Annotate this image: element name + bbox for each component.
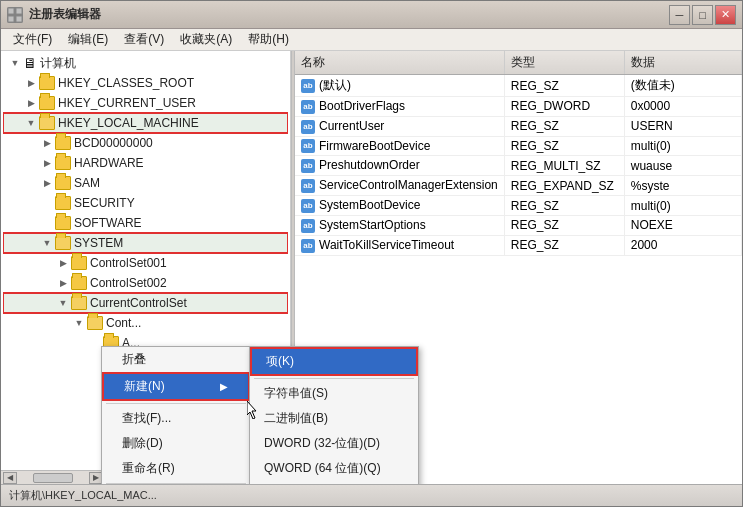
cell-data: %syste <box>624 176 741 196</box>
folder-cs001 <box>71 256 87 270</box>
window-controls: ─ □ ✕ <box>669 5 736 25</box>
table-row[interactable]: abWaitToKillServiceTimeoutREG_SZ2000 <box>295 235 742 255</box>
submenu[interactable]: 项(K) 字符串值(S) 二进制值(B) DWORD (32-位值)(D) QW… <box>249 346 419 484</box>
expander-security[interactable] <box>39 195 55 211</box>
expander-current-user[interactable]: ▶ <box>23 95 39 111</box>
expander-classes-root[interactable]: ▶ <box>23 75 39 91</box>
expander-sam[interactable]: ▶ <box>39 175 55 191</box>
cell-name: ab(默认) <box>295 75 504 97</box>
restore-button[interactable]: □ <box>692 5 713 25</box>
table-row[interactable]: ab(默认)REG_SZ(数值未) <box>295 75 742 97</box>
expander-system[interactable]: ▼ <box>39 235 55 251</box>
cell-data: multi(0) <box>624 196 741 216</box>
folder-security <box>55 196 71 210</box>
registry-editor-window: 注册表编辑器 ─ □ ✕ 文件(F) 编辑(E) 查看(V) 收藏夹(A) 帮助… <box>0 0 743 507</box>
scroll-thumb-h[interactable] <box>33 473 73 483</box>
folder-control <box>87 316 103 330</box>
context-menu-find[interactable]: 查找(F)... <box>102 406 250 431</box>
scroll-left-arrow[interactable]: ◀ <box>3 472 17 484</box>
cell-data: USERN <box>624 116 741 136</box>
menu-view[interactable]: 查看(V) <box>116 29 172 50</box>
submenu-item-string[interactable]: 字符串值(S) <box>250 381 418 406</box>
context-menu-delete[interactable]: 删除(D) <box>102 431 250 456</box>
expander-bcd[interactable]: ▶ <box>39 135 55 151</box>
cell-type: REG_DWORD <box>504 97 624 117</box>
expander-computer[interactable]: ▼ <box>7 55 23 71</box>
tree-node-hardware[interactable]: ▶ HARDWARE <box>3 153 288 173</box>
tree-node-controlset002[interactable]: ▶ ControlSet002 <box>3 273 288 293</box>
expander-cs001[interactable]: ▶ <box>55 255 71 271</box>
tree-node-software[interactable]: SOFTWARE <box>3 213 288 233</box>
cell-type: REG_SZ <box>504 116 624 136</box>
expander-cs002[interactable]: ▶ <box>55 275 71 291</box>
cell-name: abServiceControlManagerExtension <box>295 176 504 196</box>
cell-name: abSystemStartOptions <box>295 215 504 235</box>
table-row[interactable]: abBootDriverFlagsREG_DWORD0x0000 <box>295 97 742 117</box>
table-row[interactable]: abSystemBootDeviceREG_SZmulti(0) <box>295 196 742 216</box>
minimize-button[interactable]: ─ <box>669 5 690 25</box>
status-text: 计算机\HKEY_LOCAL_MAC... <box>9 488 157 503</box>
submenu-arrow: ▶ <box>220 381 228 392</box>
menu-edit[interactable]: 编辑(E) <box>60 29 116 50</box>
expander-control[interactable]: ▼ <box>71 315 87 331</box>
node-label-cs001: ControlSet001 <box>90 256 167 270</box>
menu-help[interactable]: 帮助(H) <box>240 29 297 50</box>
tree-node-computer[interactable]: ▼ 🖥 计算机 <box>3 53 288 73</box>
node-label-computer: 计算机 <box>40 55 76 72</box>
cell-data: NOEXE <box>624 215 741 235</box>
submenu-item-multi-string[interactable]: 多字符串值(M) <box>250 481 418 484</box>
tree-node-classes-root[interactable]: ▶ HKEY_CLASSES_ROOT <box>3 73 288 93</box>
expander-software[interactable] <box>39 215 55 231</box>
tree-node-current-control-set[interactable]: ▼ CurrentControlSet <box>3 293 288 313</box>
node-label-ccs: CurrentControlSet <box>90 296 187 310</box>
tree-node-current-user[interactable]: ▶ HKEY_CURRENT_USER <box>3 93 288 113</box>
cell-type: REG_MULTI_SZ <box>504 156 624 176</box>
folder-local-machine <box>39 116 55 130</box>
node-label-bcd: BCD00000000 <box>74 136 153 150</box>
context-menu-sep2 <box>106 483 246 484</box>
table-row[interactable]: abPreshutdownOrderREG_MULTI_SZwuause <box>295 156 742 176</box>
menu-bar: 文件(F) 编辑(E) 查看(V) 收藏夹(A) 帮助(H) <box>1 29 742 51</box>
expander-local-machine[interactable]: ▼ <box>23 115 39 131</box>
context-menu-new[interactable]: 新建(N) ▶ <box>102 372 250 401</box>
tree-node-system[interactable]: ▼ SYSTEM <box>3 233 288 253</box>
menu-file[interactable]: 文件(F) <box>5 29 60 50</box>
app-icon <box>7 7 23 23</box>
tree-node-local-machine[interactable]: ▼ HKEY_LOCAL_MACHINE <box>3 113 288 133</box>
expander-ccs[interactable]: ▼ <box>55 295 71 311</box>
context-menu-collapse[interactable]: 折叠 <box>102 347 250 372</box>
cell-name: abPreshutdownOrder <box>295 156 504 176</box>
cell-data: wuause <box>624 156 741 176</box>
expander-hardware[interactable]: ▶ <box>39 155 55 171</box>
table-row[interactable]: abCurrentUserREG_SZUSERN <box>295 116 742 136</box>
node-label-hardware: HARDWARE <box>74 156 144 170</box>
registry-icon: ab <box>301 179 315 193</box>
table-row[interactable]: abSystemStartOptionsREG_SZNOEXE <box>295 215 742 235</box>
context-menu[interactable]: 折叠 新建(N) ▶ 查找(F)... 删除(D) 重命名(R) <box>101 346 251 484</box>
col-header-type: 类型 <box>504 51 624 75</box>
tree-node-control[interactable]: ▼ Cont... <box>3 313 288 333</box>
cell-type: REG_SZ <box>504 75 624 97</box>
node-label-system: SYSTEM <box>74 236 123 250</box>
tree-node-bcd[interactable]: ▶ BCD00000000 <box>3 133 288 153</box>
tree-node-sam[interactable]: ▶ SAM <box>3 173 288 193</box>
menu-favorites[interactable]: 收藏夹(A) <box>172 29 240 50</box>
main-content: ▼ 🖥 计算机 ▶ HKEY_CLASSES_ROOT ▶ HKE <box>1 51 742 484</box>
submenu-item-qword[interactable]: QWORD (64 位值)(Q) <box>250 456 418 481</box>
close-button[interactable]: ✕ <box>715 5 736 25</box>
node-label-classes-root: HKEY_CLASSES_ROOT <box>58 76 194 90</box>
cell-data: (数值未) <box>624 75 741 97</box>
node-label-security: SECURITY <box>74 196 135 210</box>
cell-name: abFirmwareBootDevice <box>295 136 504 156</box>
table-row[interactable]: abFirmwareBootDeviceREG_SZmulti(0) <box>295 136 742 156</box>
node-label-control: Cont... <box>106 316 141 330</box>
tree-node-security[interactable]: SECURITY <box>3 193 288 213</box>
submenu-item-dword[interactable]: DWORD (32-位值)(D) <box>250 431 418 456</box>
context-menu-rename[interactable]: 重命名(R) <box>102 456 250 481</box>
submenu-item-binary[interactable]: 二进制值(B) <box>250 406 418 431</box>
registry-icon: ab <box>301 239 315 253</box>
folder-system <box>55 236 71 250</box>
table-row[interactable]: abServiceControlManagerExtensionREG_EXPA… <box>295 176 742 196</box>
tree-node-controlset001[interactable]: ▶ ControlSet001 <box>3 253 288 273</box>
submenu-item-key[interactable]: 项(K) <box>250 347 418 376</box>
